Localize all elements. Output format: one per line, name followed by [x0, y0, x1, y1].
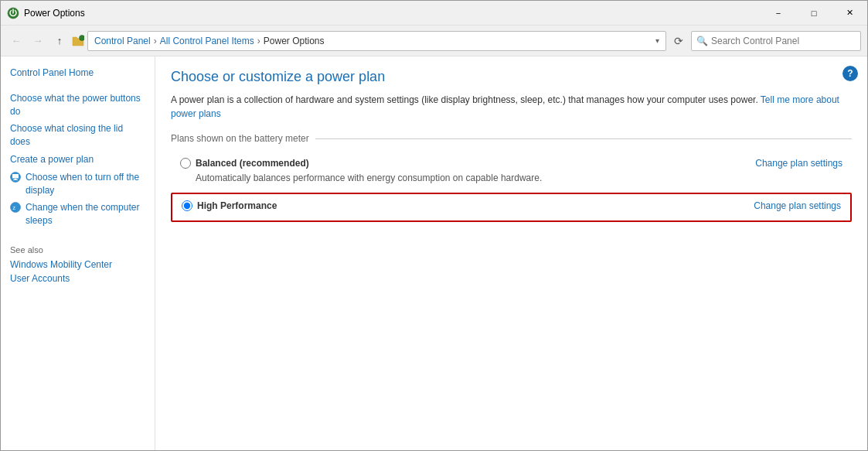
change-plan-link-balanced[interactable]: Change plan settings: [755, 158, 842, 169]
refresh-button[interactable]: ⟳: [669, 32, 688, 50]
restore-button[interactable]: □: [796, 1, 832, 26]
sidebar-item-sleep-label: Change when the computer sleeps: [26, 201, 145, 227]
search-icon: 🔍: [696, 36, 708, 46]
sidebar-item-mobility[interactable]: Windows Mobility Center: [10, 258, 145, 272]
address-dropdown-icon[interactable]: ▾: [655, 36, 659, 45]
sidebar-item-user-accounts[interactable]: User Accounts: [10, 272, 145, 285]
plan-radio-high-performance[interactable]: [182, 200, 192, 211]
sidebar-see-also: See also Windows Mobility Center User Ac…: [1, 245, 155, 285]
plan-radio-label-balanced[interactable]: Balanced (recommended): [180, 158, 309, 169]
see-also-title: See also: [10, 245, 145, 255]
svg-point-1: [80, 35, 85, 40]
sidebar-item-power-buttons[interactable]: Choose what the power buttons do: [1, 90, 155, 121]
power-options-icon: [7, 7, 19, 19]
title-bar-controls: − □ ✕: [761, 1, 867, 26]
title-bar-title: Power Options: [24, 8, 85, 19]
svg-point-6: [11, 203, 21, 213]
breadcrumb: Control Panel › All Control Panel Items …: [94, 36, 652, 46]
sidebar-item-display-label: Choose when to turn off the display: [26, 171, 145, 197]
monitor-icon: [10, 172, 21, 183]
svg-rect-3: [12, 174, 19, 179]
address-bar: ← → ↑ Control Panel › All Control Panel …: [1, 26, 867, 56]
plan-header-high-performance: High Performance Change plan settings: [182, 200, 841, 211]
search-input[interactable]: [711, 36, 856, 46]
search-box[interactable]: 🔍: [691, 31, 861, 51]
minimize-button[interactable]: −: [761, 1, 796, 26]
page-title: Choose or customize a power plan: [171, 69, 852, 85]
breadcrumb-current: Power Options: [264, 36, 325, 46]
sidebar-item-home[interactable]: Control Panel Home: [1, 64, 155, 82]
content-area: ? Choose or customize a power plan A pow…: [155, 56, 867, 450]
breadcrumb-all-items[interactable]: All Control Panel Items: [160, 36, 254, 46]
breadcrumb-sep-2: ›: [257, 36, 260, 46]
plan-desc-balanced: Automatically balances performance with …: [196, 172, 842, 185]
breadcrumb-control-panel[interactable]: Control Panel: [94, 36, 151, 46]
close-button[interactable]: ✕: [832, 1, 867, 26]
plan-radio-label-high-performance[interactable]: High Performance: [182, 200, 277, 211]
sidebar-links: Choose what the power buttons do Choose …: [1, 90, 155, 230]
window: Power Options − □ ✕ ← → ↑ Control Panel …: [0, 0, 868, 451]
breadcrumb-sep-1: ›: [154, 36, 157, 46]
title-bar: Power Options − □ ✕: [1, 1, 867, 26]
plan-radio-balanced[interactable]: [180, 158, 191, 169]
plans-section-title: Plans shown on the battery meter: [171, 133, 852, 144]
forward-button[interactable]: →: [29, 32, 47, 50]
folder-icon: [72, 35, 84, 47]
up-button[interactable]: ↑: [50, 32, 69, 50]
sidebar: Control Panel Home Choose what the power…: [1, 56, 155, 450]
svg-rect-5: [13, 179, 18, 180]
plan-name-high-performance: High Performance: [197, 200, 277, 211]
change-plan-link-high-performance[interactable]: Change plan settings: [754, 200, 841, 211]
back-button[interactable]: ←: [7, 32, 26, 50]
sidebar-item-create-plan[interactable]: Create a power plan: [1, 151, 155, 169]
sleep-icon: z: [10, 202, 21, 213]
sidebar-item-sleep[interactable]: z Change when the computer sleeps: [1, 199, 155, 230]
main-layout: Control Panel Home Choose what the power…: [1, 56, 867, 450]
plan-name-balanced: Balanced (recommended): [196, 158, 309, 169]
title-bar-left: Power Options: [7, 7, 85, 19]
sidebar-item-lid[interactable]: Choose what closing the lid does: [1, 120, 155, 151]
plan-header-balanced: Balanced (recommended) Change plan setti…: [180, 158, 842, 169]
plan-item-balanced: Balanced (recommended) Change plan setti…: [171, 152, 852, 191]
content-description: A power plan is a collection of hardware…: [171, 93, 852, 121]
svg-text:z: z: [13, 205, 16, 210]
help-button[interactable]: ?: [842, 66, 858, 81]
plan-item-high-performance: High Performance Change plan settings: [171, 193, 852, 222]
svg-rect-4: [15, 179, 17, 179]
sidebar-item-display[interactable]: Choose when to turn off the display: [1, 169, 155, 200]
address-field[interactable]: Control Panel › All Control Panel Items …: [87, 31, 666, 51]
